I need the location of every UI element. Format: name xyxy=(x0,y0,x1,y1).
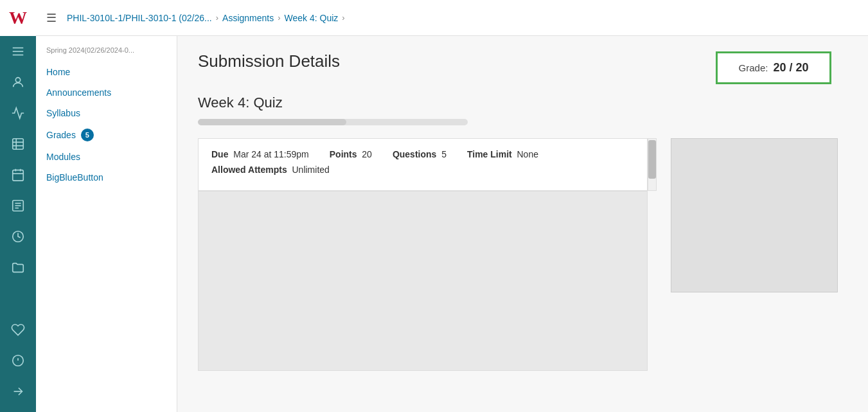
svg-rect-8 xyxy=(13,170,24,181)
quiz-meta-panel: Due Mar 24 at 11:59pm Points 20 Question… xyxy=(198,138,648,191)
logo-w: W xyxy=(9,8,27,28)
breadcrumb-sep-3: › xyxy=(342,13,344,22)
questions-label: Questions xyxy=(393,149,436,159)
grades-badge: 5 xyxy=(81,129,94,141)
sidebar-item-announcements[interactable]: Announcements xyxy=(36,82,177,103)
sidebar-bigbluebutton-label: BigBlueButton xyxy=(46,172,103,183)
rail-user-icon[interactable] xyxy=(0,67,36,98)
main-wrapper: ☰ PHIL-3010L-1/PHIL-3010-1 (02/26... › A… xyxy=(36,0,868,412)
grade-label: Grade: xyxy=(739,62,768,73)
points-value: 20 xyxy=(362,149,372,159)
sidebar-syllabus-label: Syllabus xyxy=(46,108,80,118)
sidebar-grades-label: Grades xyxy=(46,130,76,140)
rail-folder-icon[interactable] xyxy=(0,252,36,283)
grade-value: 20 / 20 xyxy=(773,61,808,75)
quiz-content-area xyxy=(198,191,648,371)
breadcrumb-assignments[interactable]: Assignments xyxy=(222,13,274,23)
sidebar-home-label: Home xyxy=(46,67,70,77)
breadcrumb-sep-1: › xyxy=(216,13,218,22)
due-label: Due xyxy=(211,149,228,159)
sidebar-item-modules[interactable]: Modules xyxy=(36,147,177,167)
sidebar-item-bigbluebutton[interactable]: BigBlueButton xyxy=(36,167,177,188)
top-bar: ☰ PHIL-3010L-1/PHIL-3010-1 (02/26... › A… xyxy=(36,0,868,36)
rail-calendar-icon[interactable] xyxy=(0,159,36,190)
rail-heart-icon[interactable] xyxy=(0,314,36,345)
questions-info: Questions 5 xyxy=(393,149,447,159)
allowed-label: Allowed Attempts xyxy=(211,165,287,175)
sidebar-item-grades[interactable]: Grades 5 xyxy=(36,123,177,147)
points-info: Points 20 xyxy=(330,149,372,159)
rail-hamburger-icon[interactable] xyxy=(0,36,36,67)
rail-info-icon[interactable] xyxy=(0,345,36,376)
rail-activity-icon[interactable] xyxy=(0,98,36,129)
quiz-scrollbar[interactable] xyxy=(648,138,657,191)
content-body: Due Mar 24 at 11:59pm Points 20 Question… xyxy=(198,138,831,371)
time-limit-info: Time Limit None xyxy=(467,149,538,159)
quiz-meta-row-1: Due Mar 24 at 11:59pm Points 20 Question… xyxy=(211,149,634,159)
logo: W xyxy=(0,0,36,36)
rail-list-icon[interactable] xyxy=(0,190,36,221)
page-inner: Submission Details Grade: 20 / 20 Week 4… xyxy=(177,36,852,386)
breadcrumb-course[interactable]: PHIL-3010L-1/PHIL-3010-1 (02/26... xyxy=(67,13,212,23)
icon-rail: W xyxy=(0,0,36,412)
sidebar-item-home[interactable]: Home xyxy=(36,62,177,82)
breadcrumb: PHIL-3010L-1/PHIL-3010-1 (02/26... › Ass… xyxy=(67,13,345,23)
breadcrumb-quiz: Week 4: Quiz xyxy=(285,13,339,23)
quiz-left: Due Mar 24 at 11:59pm Points 20 Question… xyxy=(198,138,660,371)
quiz-panel-wrapper: Due Mar 24 at 11:59pm Points 20 Question… xyxy=(198,138,660,191)
due-info: Due Mar 24 at 11:59pm xyxy=(211,149,309,159)
sidebar: Spring 2024(02/26/2024-0... Home Announc… xyxy=(36,36,177,412)
sidebar-modules-label: Modules xyxy=(46,152,80,162)
breadcrumb-sep-2: › xyxy=(278,13,280,22)
rail-clock-icon[interactable] xyxy=(0,221,36,252)
page-content: Submission Details Grade: 20 / 20 Week 4… xyxy=(177,36,868,412)
due-value: Mar 24 at 11:59pm xyxy=(233,149,309,159)
progress-bar xyxy=(198,119,468,125)
content-row: Spring 2024(02/26/2024-0... Home Announc… xyxy=(36,36,868,412)
page-title: Submission Details xyxy=(198,51,340,71)
svg-rect-4 xyxy=(13,139,24,150)
allowed-value: Unlimited xyxy=(292,165,330,175)
quiz-title: Week 4: Quiz xyxy=(198,94,831,111)
grade-box: Grade: 20 / 20 xyxy=(716,51,831,84)
quiz-meta-row-2: Allowed Attempts Unlimited xyxy=(211,165,634,175)
questions-value: 5 xyxy=(441,149,447,159)
page-title-row: Submission Details Grade: 20 / 20 xyxy=(198,51,831,84)
time-limit-label: Time Limit xyxy=(467,149,512,159)
right-panel xyxy=(671,138,838,292)
svg-point-3 xyxy=(15,78,20,82)
scrollbar-thumb xyxy=(648,140,656,179)
rail-arrow-icon[interactable] xyxy=(0,376,36,407)
progress-bar-fill xyxy=(198,119,346,125)
points-label: Points xyxy=(330,149,357,159)
time-limit-value: None xyxy=(517,149,538,159)
rail-book-icon[interactable] xyxy=(0,129,36,159)
sidebar-announcements-label: Announcements xyxy=(46,87,111,98)
sidebar-item-syllabus[interactable]: Syllabus xyxy=(36,103,177,123)
allowed-info: Allowed Attempts Unlimited xyxy=(211,165,330,175)
hamburger-button[interactable]: ☰ xyxy=(46,11,57,25)
sidebar-course-label: Spring 2024(02/26/2024-0... xyxy=(36,44,177,62)
